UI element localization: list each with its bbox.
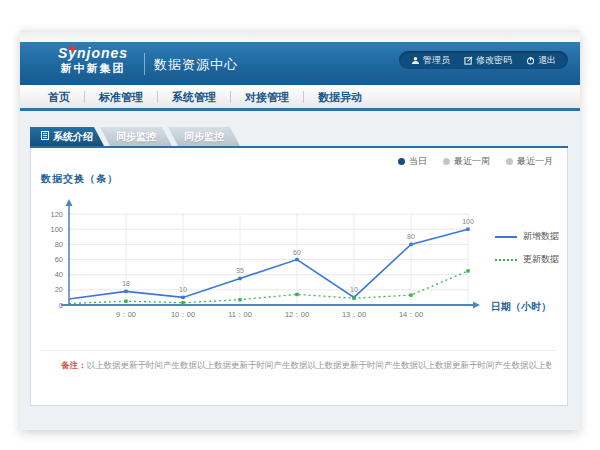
user-menu-change-password-label: 修改密码 xyxy=(476,54,512,67)
x-axis-arrow-icon xyxy=(473,302,480,309)
footer-note-prefix: 备注： xyxy=(61,360,87,370)
radio-dot-icon xyxy=(443,158,450,165)
y-axis-arrow-icon xyxy=(66,199,73,206)
legend-update-data-label: 更新数据 xyxy=(523,253,559,266)
user-menu-admin-label: 管理员 xyxy=(423,54,450,67)
user-menu: 管理员 修改密码 退出 xyxy=(399,51,568,69)
data-point xyxy=(181,296,184,299)
data-point xyxy=(124,300,127,303)
radio-last-week[interactable]: 最近一周 xyxy=(443,155,490,168)
x-tick-label: 13：00 xyxy=(342,310,366,319)
nav-item-system-mgmt[interactable]: 系统管理 xyxy=(158,84,230,110)
edit-icon xyxy=(464,56,473,65)
power-icon xyxy=(526,56,535,65)
app-title: 数据资源中心 xyxy=(154,56,238,74)
x-tick-label: 11：00 xyxy=(228,310,252,319)
tab-system-intro-label: 系统介绍 xyxy=(53,130,93,144)
document-icon xyxy=(41,131,49,142)
chart-y-axis-title: 数据交换（条） xyxy=(41,172,118,186)
data-point xyxy=(352,296,355,299)
data-point xyxy=(466,228,469,231)
y-tick-label: 0 xyxy=(59,301,63,310)
data-point xyxy=(238,298,241,301)
point-label: 60 xyxy=(293,249,301,256)
company-logo: Synjones 新中新集团 xyxy=(48,45,138,75)
logo-text-secondary: 新中新集团 xyxy=(48,61,138,75)
user-menu-change-password[interactable]: 修改密码 xyxy=(464,54,512,67)
logo-text-primary: Synjones xyxy=(48,45,138,61)
main-nav: 首页 标准管理 系统管理 对接管理 数据异动 xyxy=(20,85,580,111)
tab-sync-monitor-1[interactable]: 同步监控 xyxy=(100,127,172,146)
legend-new-data-label: 新增数据 xyxy=(523,230,559,243)
point-label: 18 xyxy=(122,280,130,287)
header-divider xyxy=(144,53,145,75)
nav-item-interface-mgmt[interactable]: 对接管理 xyxy=(231,84,303,110)
data-point xyxy=(352,296,355,299)
series-line xyxy=(69,229,468,299)
y-tick-label: 120 xyxy=(50,210,63,219)
point-label: 100 xyxy=(462,218,474,225)
content-panel: 当日 最近一周 最近一月 数据交换（条） 0204060801001209：00… xyxy=(30,148,568,406)
user-menu-logout[interactable]: 退出 xyxy=(526,54,556,67)
radio-last-month-label: 最近一月 xyxy=(517,155,553,168)
radio-last-month[interactable]: 最近一月 xyxy=(506,155,553,168)
legend-item-new-data: 新增数据 xyxy=(495,230,559,243)
data-point xyxy=(238,277,241,280)
point-label: 35 xyxy=(236,267,244,274)
solid-line-icon xyxy=(495,236,517,238)
tab-bar: 系统介绍 同步监控 同步监控 xyxy=(30,127,240,146)
page-card: Synjones 新中新集团 数据资源中心 管理员 修改密码 xyxy=(20,30,580,430)
nav-item-data-change[interactable]: 数据异动 xyxy=(304,84,376,110)
radio-dot-selected-icon xyxy=(398,158,405,165)
chart-legend: 新增数据 更新数据 xyxy=(495,230,559,266)
x-tick-label: 12：00 xyxy=(285,310,309,319)
data-point xyxy=(295,258,298,261)
user-menu-logout-label: 退出 xyxy=(538,54,556,67)
x-tick-label: 9：00 xyxy=(116,310,136,319)
radio-dot-icon xyxy=(506,158,513,165)
data-point xyxy=(409,293,412,296)
tab-sync-monitor-2-label: 同步监控 xyxy=(184,130,224,144)
y-tick-label: 60 xyxy=(55,255,63,264)
data-point xyxy=(409,243,412,246)
y-tick-label: 20 xyxy=(55,285,63,294)
nav-item-home[interactable]: 首页 xyxy=(34,84,84,110)
chart-x-axis-title: 日期（小时） xyxy=(491,300,551,314)
time-range-filter: 当日 最近一周 最近一月 xyxy=(398,155,553,168)
data-point xyxy=(295,293,298,296)
y-tick-label: 100 xyxy=(50,225,63,234)
x-tick-label: 14：00 xyxy=(399,310,423,319)
data-point xyxy=(466,269,469,272)
app-header: Synjones 新中新集团 数据资源中心 管理员 修改密码 xyxy=(20,42,580,85)
radio-today-label: 当日 xyxy=(409,155,427,168)
legend-item-update-data: 更新数据 xyxy=(495,253,559,266)
user-menu-admin[interactable]: 管理员 xyxy=(411,54,450,67)
point-label: 10 xyxy=(350,286,358,293)
series-line xyxy=(69,271,468,304)
data-point xyxy=(181,301,184,304)
card-top-strip xyxy=(20,30,580,42)
footer-note: 备注：以上数据更新于时间产生数据以上数据更新于时间产生数据以上数据更新于时间产生… xyxy=(61,360,551,372)
user-icon xyxy=(411,56,420,65)
dotted-line-icon xyxy=(495,259,517,261)
radio-today[interactable]: 当日 xyxy=(398,155,427,168)
panel-divider xyxy=(41,350,557,351)
tab-sync-monitor-1-label: 同步监控 xyxy=(116,130,156,144)
data-point xyxy=(124,290,127,293)
x-tick-label: 10：00 xyxy=(171,310,195,319)
point-label: 10 xyxy=(179,286,187,293)
point-label: 80 xyxy=(407,233,415,240)
y-tick-label: 40 xyxy=(55,270,63,279)
y-tick-label: 80 xyxy=(55,240,63,249)
tab-sync-monitor-2[interactable]: 同步监控 xyxy=(168,127,240,146)
footer-note-text: 以上数据更新于时间产生数据以上数据更新于时间产生数据以上数据更新于时间产生数据以… xyxy=(87,360,552,370)
radio-last-week-label: 最近一周 xyxy=(454,155,490,168)
nav-item-standard-mgmt[interactable]: 标准管理 xyxy=(85,84,157,110)
tab-system-intro[interactable]: 系统介绍 xyxy=(30,127,104,146)
